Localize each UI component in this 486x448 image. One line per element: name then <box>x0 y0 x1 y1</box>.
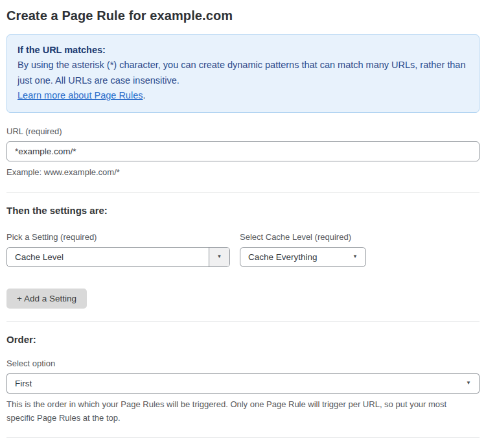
order-select[interactable]: First ▼ <box>6 373 480 394</box>
cache-level-picker-label: Select Cache Level (required) <box>240 232 366 242</box>
order-select-value: First <box>15 379 32 388</box>
info-box-link-line: Learn more about Page Rules. <box>17 88 469 103</box>
order-section-heading: Order: <box>6 334 480 345</box>
learn-more-link[interactable]: Learn more about Page Rules <box>17 90 143 100</box>
link-suffix: . <box>143 90 145 100</box>
chevron-down-icon: ▼ <box>466 381 471 386</box>
add-setting-button[interactable]: + Add a Setting <box>6 289 87 309</box>
cache-level-picker-group: Select Cache Level (required) Cache Ever… <box>240 232 366 267</box>
cache-level-select[interactable]: Cache Everything ▼ <box>240 247 366 267</box>
setting-select-value: Cache Level <box>7 248 209 266</box>
settings-row: Pick a Setting (required) Cache Level ▼ … <box>6 232 480 267</box>
page-rule-form: Create a Page Rule for example.com If th… <box>0 0 486 448</box>
divider <box>6 192 480 193</box>
url-match-info-box: If the URL matches: By using the asteris… <box>6 34 480 113</box>
setting-picker-label: Pick a Setting (required) <box>6 232 230 242</box>
setting-picker-group: Pick a Setting (required) Cache Level ▼ <box>6 232 230 267</box>
url-field-helper: Example: www.example.com/* <box>6 166 480 180</box>
info-box-body: By using the asterisk (*) character, you… <box>17 58 469 88</box>
cache-level-select-value: Cache Everything <box>248 252 318 262</box>
divider <box>6 321 480 322</box>
order-select-label: Select option <box>6 359 480 368</box>
page-title: Create a Page Rule for example.com <box>6 8 480 23</box>
setting-select[interactable]: Cache Level ▼ <box>6 247 230 267</box>
order-helper-text: This is the order in which your Page Rul… <box>6 398 468 425</box>
chevron-down-icon: ▼ <box>353 254 358 259</box>
url-field-label: URL (required) <box>6 126 480 136</box>
url-input[interactable] <box>6 141 480 161</box>
setting-select-arrow-box[interactable]: ▼ <box>209 248 229 266</box>
divider <box>6 437 480 438</box>
info-box-heading: If the URL matches: <box>17 43 469 58</box>
settings-section-heading: Then the settings are: <box>6 205 480 216</box>
add-setting-wrap: + Add a Setting <box>6 289 480 309</box>
chevron-down-icon: ▼ <box>217 254 222 259</box>
